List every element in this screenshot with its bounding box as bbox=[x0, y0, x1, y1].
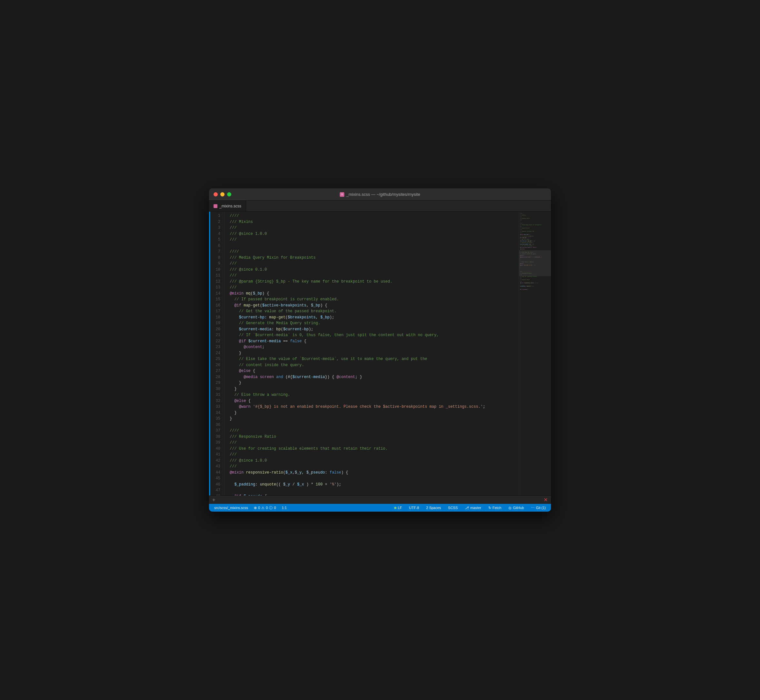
add-tab-button[interactable]: + bbox=[212, 497, 215, 503]
file-icon-title: S bbox=[340, 192, 344, 197]
cursor-position-item[interactable]: 1:1 bbox=[281, 504, 288, 512]
status-right: LF UTF-8 2 Spaces SCSS ⎇ master ↻ Fetch … bbox=[393, 504, 547, 512]
file-path: src/scss/_mixins.scss bbox=[214, 506, 248, 510]
info-count: 0 bbox=[274, 506, 276, 510]
git-label: Git (1) bbox=[536, 506, 546, 510]
bottom-bar: + ✕ bbox=[209, 495, 551, 504]
close-panel-button[interactable]: ✕ bbox=[544, 497, 548, 503]
warning-count: 0 bbox=[266, 506, 268, 510]
git-icon: ⋯ bbox=[531, 506, 535, 510]
encoding: UTF-8 bbox=[409, 506, 419, 510]
branch: master bbox=[470, 506, 481, 510]
github-icon: ◎ bbox=[508, 506, 511, 510]
encoding-item[interactable]: UTF-8 bbox=[408, 504, 420, 512]
tab-file-icon bbox=[214, 204, 217, 208]
error-count: 0 bbox=[258, 506, 260, 510]
gutter-left bbox=[209, 212, 210, 495]
code-area[interactable]: 12345 678910 1112131415 1617181920 21222… bbox=[209, 212, 519, 495]
titlebar: S _mixins.scss — ~/github/mysites/mysite bbox=[209, 188, 551, 201]
line-numbers: 12345 678910 1112131415 1617181920 21222… bbox=[209, 212, 225, 495]
error-icon: ⊗ bbox=[254, 506, 257, 510]
github-item[interactable]: ◎ GitHub bbox=[507, 504, 525, 512]
syntax: SCSS bbox=[448, 506, 458, 510]
minimap-viewport bbox=[519, 250, 551, 276]
window-title: S _mixins.scss — ~/github/mysites/mysite bbox=[340, 192, 420, 197]
tab-mixins-scss[interactable]: _mixins.scss bbox=[209, 201, 246, 211]
git-item[interactable]: ⋯ Git (1) bbox=[530, 504, 547, 512]
line-ending-item[interactable]: LF bbox=[393, 504, 403, 512]
file-path-item[interactable]: src/scss/_mixins.scss bbox=[213, 504, 249, 512]
branch-icon: ⎇ bbox=[465, 506, 469, 510]
fetch-item[interactable]: ↻ Fetch bbox=[487, 504, 503, 512]
status-dot bbox=[394, 507, 396, 509]
tabbar: _mixins.scss bbox=[209, 201, 551, 212]
close-button[interactable] bbox=[214, 192, 218, 197]
cursor-position: 1:1 bbox=[282, 506, 287, 510]
line-ending: LF bbox=[398, 506, 402, 510]
minimap: //// /// Mixins /// /// @since 1.0.0 ///… bbox=[519, 212, 551, 495]
github-label: GitHub bbox=[513, 506, 524, 510]
traffic-lights bbox=[209, 192, 231, 197]
info-icon: ⓘ bbox=[269, 505, 272, 510]
indent: 2 Spaces bbox=[426, 506, 441, 510]
status-left: src/scss/_mixins.scss ⊗ 0 ⚠ 0 ⓘ 0 1:1 bbox=[213, 504, 288, 512]
minimize-button[interactable] bbox=[220, 192, 225, 197]
maximize-button[interactable] bbox=[227, 192, 231, 197]
warning-icon: ⚠ bbox=[261, 506, 264, 510]
fetch-label: Fetch bbox=[493, 506, 502, 510]
indent-item[interactable]: 2 Spaces bbox=[425, 504, 442, 512]
fetch-icon: ↻ bbox=[488, 506, 491, 510]
syntax-item[interactable]: SCSS bbox=[447, 504, 459, 512]
code-content[interactable]: //// /// Mixins /// /// @since 1.0.0 ///… bbox=[225, 212, 519, 495]
app-window: S _mixins.scss — ~/github/mysites/mysite… bbox=[209, 188, 551, 512]
branch-item[interactable]: ⎇ master bbox=[464, 504, 483, 512]
statusbar: src/scss/_mixins.scss ⊗ 0 ⚠ 0 ⓘ 0 1:1 LF… bbox=[209, 504, 551, 512]
editor-container: 12345 678910 1112131415 1617181920 21222… bbox=[209, 212, 551, 495]
error-item[interactable]: ⊗ 0 ⚠ 0 ⓘ 0 bbox=[253, 504, 277, 512]
